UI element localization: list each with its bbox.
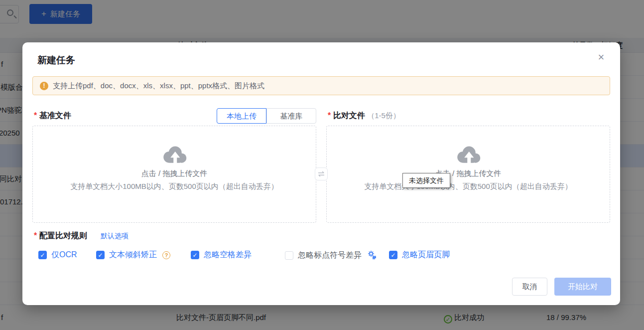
default-options-link[interactable]: 默认选项 [101, 232, 129, 241]
start-compare-button[interactable]: 开始比对 [554, 278, 611, 296]
checkbox-checked-icon[interactable]: ✓ [96, 251, 105, 259]
rule-checkbox-checked[interactable]: ✓忽略空格差异 [191, 250, 252, 260]
rule-checkbox-checked[interactable]: ✓文本倾斜矫正? [96, 250, 170, 260]
format-alert: ! 支持上传pdf、doc、docx、xls、xlsx、ppt、pptx格式、图… [32, 76, 610, 95]
base-file-label: 基准文件 [34, 111, 71, 121]
checkbox-checked-icon[interactable]: ✓ [38, 251, 47, 259]
modal-title: 新建任务 [37, 54, 75, 67]
upload-hint-line1: 点击 / 拖拽上传文件 [141, 169, 208, 178]
app-root: + 新建任务 比对文件 差异数 / 相似度 f模版合同PN骆驼|20250合同比… [0, 0, 644, 330]
gear-icon [367, 250, 377, 259]
rule-label: 仅OCR [51, 250, 77, 260]
rule-label: 文本倾斜矫正 [109, 250, 157, 260]
upload-cloud-icon [454, 145, 482, 165]
rule-label: 忽略页眉页脚 [402, 250, 450, 260]
warning-icon: ! [40, 82, 48, 90]
rules-options-row: ✓仅OCR✓文本倾斜矫正?✓忽略空格差异忽略标点符号差异✓忽略页眉页脚 [22, 250, 620, 262]
rule-checkbox-unchecked[interactable]: 忽略标点符号差异 [285, 250, 377, 261]
new-task-modal: 新建任务 × ! 支持上传pdf、doc、docx、xls、xlsx、ppt、p… [22, 42, 620, 305]
compare-file-label-text: 比对文件 [333, 111, 365, 120]
base-file-dropzone[interactable]: 点击 / 拖拽上传文件 支持单文档大小100MB以内、页数500页以内（超出自动… [32, 126, 316, 223]
upload-cloud-icon [160, 145, 188, 165]
cancel-button[interactable]: 取消 [512, 278, 547, 296]
rule-checkbox-checked[interactable]: ✓仅OCR [38, 250, 77, 260]
checkbox-unchecked-icon[interactable] [285, 251, 293, 260]
compare-file-count-hint: （1-5份） [367, 111, 400, 120]
rules-label: 配置比对规则 [34, 231, 87, 241]
rule-checkbox-checked[interactable]: ✓忽略页眉页脚 [389, 250, 450, 260]
punctuation-settings-icon[interactable] [366, 250, 377, 261]
format-alert-text: 支持上传pdf、doc、docx、xls、xlsx、ppt、pptx格式、图片格… [53, 81, 264, 91]
no-file-selected-tooltip: 未选择文件 [402, 173, 450, 188]
close-icon[interactable]: × [594, 50, 608, 64]
question-icon[interactable]: ? [162, 251, 170, 259]
swap-arrows-icon [318, 171, 325, 177]
compare-file-dropzone[interactable]: 点击 / 拖拽上传文件 支持单文档大小100MB以内、页数500页以内（超出自动… [326, 126, 610, 223]
compare-file-label: 比对文件 （1-5份） [328, 111, 400, 121]
tab-local-upload[interactable]: 本地上传 [217, 108, 266, 124]
checkbox-checked-icon[interactable]: ✓ [191, 251, 199, 259]
rule-label: 忽略标点符号差异 [298, 250, 362, 261]
rule-label: 忽略空格差异 [204, 250, 252, 260]
tab-base-library[interactable]: 基准库 [266, 108, 316, 124]
swap-files-button[interactable] [315, 167, 328, 180]
upload-hint-line2: 支持单文档大小100MB以内、页数500页以内（超出自动丢弃） [70, 182, 278, 191]
base-file-source-tabs: 本地上传 基准库 [217, 108, 316, 124]
checkbox-checked-icon[interactable]: ✓ [389, 251, 397, 259]
upload-hint-line2: 支持单文档大小100MB以内、页数500页以内（超出自动丢弃） [364, 182, 572, 191]
